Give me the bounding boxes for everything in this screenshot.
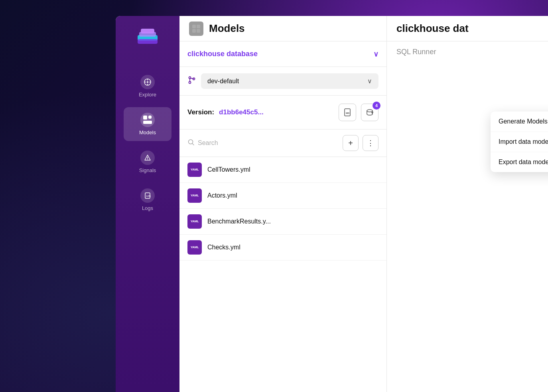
file-name: Actors.yml [207, 192, 237, 199]
search-input[interactable] [198, 139, 339, 147]
sidebar-explore-label: Explore [139, 92, 156, 98]
sidebar-item-explore[interactable]: Explore [124, 69, 171, 103]
dropdown-import-data-models[interactable]: Import data models [491, 132, 548, 152]
branch-selector[interactable]: dev-default ∨ [201, 73, 378, 89]
branch-chevron-icon: ∨ [367, 77, 372, 85]
search-row: + ⋮ [179, 129, 386, 157]
header-right: clickhouse dat [387, 22, 548, 35]
alert-icon [140, 151, 155, 165]
sidebar-item-logs[interactable]: LOG Logs [124, 183, 171, 217]
db-chevron-icon: ∨ [373, 50, 378, 59]
database-selector[interactable]: clickhouse database ∨ [187, 50, 378, 59]
generate-models-label: Generate Models [499, 118, 548, 125]
sidebar-models-label: Models [139, 129, 156, 135]
plus-icon: + [348, 139, 353, 148]
branch-row: dev-default ∨ [179, 67, 386, 96]
export-data-models-label: Export data models [499, 159, 548, 165]
svg-rect-2 [141, 29, 154, 33]
svg-rect-3 [138, 39, 158, 44]
compass-icon [140, 75, 155, 89]
file-name: CellTowers.yml [207, 166, 250, 173]
header-models-icon [189, 22, 203, 36]
log-icon: LOG [140, 188, 155, 203]
screen-frame: Explore Models Signals [116, 16, 548, 392]
database-name: clickhouse database [187, 50, 258, 58]
doc-icon-button[interactable]: MD [339, 104, 356, 121]
svg-rect-12 [192, 29, 196, 33]
page-title: Models [209, 22, 245, 35]
svg-line-21 [193, 144, 194, 145]
svg-point-5 [147, 81, 148, 83]
svg-rect-11 [197, 25, 200, 28]
ellipsis-icon: ⋮ [367, 139, 374, 147]
import-data-models-label: Import data models [499, 138, 548, 145]
main-content: Models clickhouse dat clickhouse databas… [179, 16, 548, 392]
search-container [187, 139, 339, 147]
db-sync-icon-button[interactable]: 4 [361, 104, 378, 121]
sidebar-signals-label: Signals [139, 167, 156, 173]
badge: 4 [373, 102, 380, 110]
models-icon [140, 113, 155, 127]
svg-point-19 [367, 110, 373, 112]
left-panel: clickhouse database ∨ [179, 41, 387, 392]
svg-point-15 [189, 82, 191, 84]
header-left: Models [179, 16, 387, 41]
right-panel: SQL Runner [387, 41, 548, 392]
header-right-title: clickhouse dat [396, 22, 469, 35]
sql-runner-label: SQL Runner [396, 48, 436, 56]
dropdown-export-data-models[interactable]: Export data models [491, 152, 548, 172]
yaml-file-icon: YAML [187, 163, 202, 177]
list-item[interactable]: YAML CellTowers.yml [179, 157, 386, 183]
svg-rect-13 [197, 29, 200, 33]
yaml-file-icon: YAML [187, 240, 202, 255]
svg-point-7 [147, 159, 148, 160]
app-logo [134, 24, 162, 53]
database-selector-row: clickhouse database ∨ [179, 41, 386, 67]
branch-icon [187, 76, 196, 86]
more-options-button[interactable]: ⋮ [363, 135, 378, 151]
branch-name: dev-default [207, 78, 239, 85]
file-list: YAML CellTowers.yml YAML Actors.yml YAML [179, 157, 386, 392]
header: Models clickhouse dat [179, 16, 548, 41]
version-row: Version: d1bb6e45c5... MD 4 [179, 96, 386, 129]
yaml-file-icon: YAML [187, 214, 202, 229]
content-wrapper: clickhouse database ∨ [179, 41, 548, 392]
dropdown-generate-models[interactable]: Generate Models [491, 112, 548, 132]
svg-point-20 [189, 140, 193, 144]
file-name: Checks.yml [207, 244, 240, 251]
sidebar-item-signals[interactable]: Signals [124, 145, 171, 179]
svg-text:MD: MD [346, 112, 350, 114]
file-name: BenchmarkResults.y... [207, 218, 271, 225]
sidebar-item-models[interactable]: Models [124, 107, 171, 141]
yaml-file-icon: YAML [187, 188, 202, 203]
sidebar: Explore Models Signals [116, 16, 179, 392]
dropdown-menu: Generate Models Import data models Expor… [491, 112, 548, 172]
list-item[interactable]: YAML Actors.yml [179, 183, 386, 209]
add-button[interactable]: + [343, 135, 359, 151]
svg-rect-10 [192, 25, 196, 28]
svg-text:LOG: LOG [146, 195, 151, 197]
version-hash: d1bb6e45c5... [219, 108, 264, 116]
version-label: Version: [187, 108, 214, 116]
search-icon [187, 139, 195, 147]
list-item[interactable]: YAML BenchmarkResults.y... [179, 209, 386, 235]
list-item[interactable]: YAML Checks.yml [179, 235, 386, 261]
sidebar-logs-label: Logs [142, 205, 153, 211]
